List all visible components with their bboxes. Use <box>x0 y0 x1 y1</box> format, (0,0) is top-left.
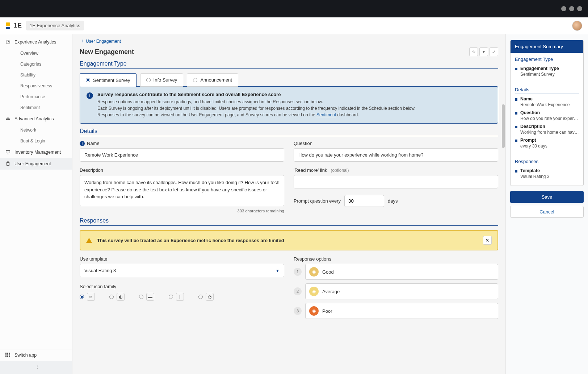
type-tab-info-survey[interactable]: Info Survey <box>140 73 184 87</box>
type-tab-sentiment-survey[interactable]: Sentiment Survey <box>80 73 136 87</box>
svg-rect-8 <box>7 353 8 354</box>
response-order-badge: 3 <box>294 307 302 315</box>
response-order-badge: 1 <box>294 268 302 276</box>
scrollbar-thumb[interactable] <box>502 104 505 148</box>
dismiss-warning-button[interactable]: ✕ <box>483 236 492 245</box>
summary-value: every 30 days <box>520 144 547 149</box>
breadcrumb-parent-link[interactable]: User Engagement <box>86 39 121 44</box>
summary-item: QuestionHow do you rate your experience… <box>515 110 579 121</box>
summary-group-title: Engagement Type <box>515 57 579 63</box>
favorite-button[interactable]: ☆ <box>469 47 478 56</box>
content-scrollbar[interactable] <box>502 38 505 370</box>
svg-rect-6 <box>7 162 9 162</box>
response-option-row: 1◉Good <box>294 264 498 280</box>
radio-icon <box>109 295 114 299</box>
svg-rect-15 <box>9 356 10 357</box>
sidebar-item-inventory-management[interactable]: Inventory Management <box>0 146 72 158</box>
section-details-title: Details <box>80 128 498 136</box>
sidebar-subitem-boot-login[interactable]: Boot & Login <box>0 136 72 146</box>
switch-app-button[interactable]: Switch app <box>0 349 72 361</box>
sidebar-item-experience-analytics[interactable]: Experience Analytics <box>0 36 72 48</box>
sidebar-item-advanced-analytics[interactable]: Advanced Analytics <box>0 113 72 125</box>
summary-key: Prompt <box>520 138 547 143</box>
avatar[interactable] <box>572 21 582 31</box>
radio-icon <box>193 78 197 82</box>
sidebar-subitem-performance[interactable]: Performance <box>0 91 72 102</box>
cancel-button[interactable]: Cancel <box>510 206 584 218</box>
info-body: Response options are mapped to score gra… <box>97 99 416 118</box>
summary-key: Template <box>520 168 550 173</box>
radio-icon <box>169 295 173 299</box>
response-label: Good <box>322 269 334 275</box>
section-responses-title: Responses <box>80 217 498 226</box>
summary-group-title: Details <box>515 87 579 94</box>
question-label: Question <box>294 141 498 146</box>
type-tab-announcement[interactable]: Announcement <box>187 73 238 87</box>
window-dot-2 <box>569 6 574 11</box>
response-option-row: 2◉Average <box>294 283 498 299</box>
monitor-icon <box>5 149 11 155</box>
bullet-icon <box>515 112 517 115</box>
readmore-label: 'Read more' link (optional) <box>294 167 498 173</box>
sidebar: Experience AnalyticsOverviewCategoriesSt… <box>0 34 72 374</box>
name-input[interactable] <box>80 148 284 162</box>
prompt-days-input[interactable] <box>344 195 384 207</box>
icon-family-option-battery[interactable]: ▬ <box>139 293 154 301</box>
info-icon: i <box>87 92 93 99</box>
response-label: Poor <box>322 308 332 314</box>
icon-family-option-clock[interactable]: ◔ <box>198 293 214 301</box>
radio-icon <box>86 78 90 82</box>
response-option-good[interactable]: ◉Good <box>305 264 498 280</box>
more-actions-button[interactable]: ▾ <box>479 47 488 56</box>
sidebar-subitem-sentiment[interactable]: Sentiment <box>0 102 72 113</box>
bullet-icon <box>515 126 517 128</box>
svg-point-1 <box>6 119 8 120</box>
expand-icon: ⤢ <box>492 49 496 54</box>
sidebar-subitem-overview[interactable]: Overview <box>0 48 72 59</box>
response-options-label: Response options <box>294 256 498 262</box>
face-icon: ☺ <box>87 293 95 301</box>
logo-icon <box>6 22 12 29</box>
template-select[interactable]: Visual Rating 3 ▼ <box>80 264 284 277</box>
sentiment-link[interactable]: Sentiment <box>316 112 336 117</box>
responses-warning: This survey will be treated as an Experi… <box>80 230 498 250</box>
save-button[interactable]: Save <box>510 191 584 203</box>
summary-value: Working from home can have its … <box>520 130 579 135</box>
sidebar-subitem-network[interactable]: Network <box>0 125 72 136</box>
response-label: Average <box>322 289 340 294</box>
readmore-input[interactable] <box>294 175 498 188</box>
sidebar-subitem-categories[interactable]: Categories <box>0 59 72 70</box>
window-dot-1 <box>561 6 566 11</box>
chevron-left-icon: 〈 <box>80 38 84 44</box>
prompt-prefix: Prompt question every <box>294 198 341 204</box>
summary-key: Description <box>520 124 579 129</box>
prompt-suffix: days <box>388 198 398 204</box>
radio-icon <box>80 295 84 299</box>
sidebar-collapse-button[interactable]: 〈 <box>0 361 72 374</box>
description-input[interactable] <box>80 175 284 206</box>
icon-family-option-gauge[interactable]: ◐ <box>109 293 125 301</box>
summary-item: DescriptionWorking from home can have it… <box>515 124 579 135</box>
sidebar-item-user-engagement[interactable]: User Engagement <box>0 158 72 170</box>
svg-rect-4 <box>6 150 10 153</box>
summary-key: Engagement Type <box>520 66 559 71</box>
radio-icon <box>139 295 143 299</box>
app-name-chip[interactable]: 1E Experience Analytics <box>26 21 84 30</box>
summary-group-title: Responses <box>515 159 579 165</box>
question-input[interactable] <box>294 148 498 162</box>
chevron-down-icon: ▼ <box>276 269 280 273</box>
description-label: Description <box>80 167 284 173</box>
sidebar-subitem-stability[interactable]: Stability <box>0 70 72 80</box>
response-option-average[interactable]: ◉Average <box>305 283 498 299</box>
template-label: Use template <box>80 256 284 262</box>
fullscreen-button[interactable]: ⤢ <box>490 47 498 56</box>
icon-family-option-face[interactable]: ☺ <box>80 293 95 301</box>
sidebar-subitem-responsiveness[interactable]: Responsiveness <box>0 80 72 91</box>
chars-remaining: 303 characters remaining <box>80 209 284 213</box>
warning-icon <box>86 238 92 243</box>
summary-head: Engagement Summary <box>511 40 583 53</box>
icon-family-option-thermometer[interactable]: ❙ <box>169 293 184 301</box>
rating-icon: ◉ <box>309 287 319 296</box>
response-option-poor[interactable]: ◉Poor <box>305 303 498 319</box>
binoculars-icon <box>5 116 11 122</box>
